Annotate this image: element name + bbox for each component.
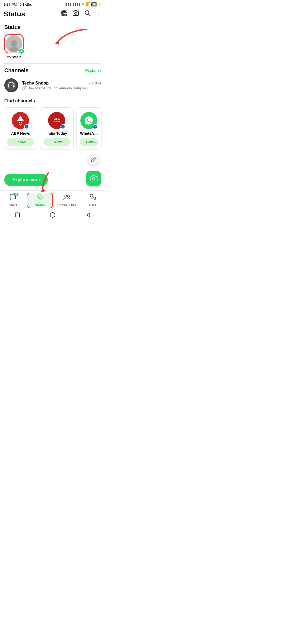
svg-rect-1: [61, 11, 63, 12]
channel-item-techy-snoop[interactable]: Techy Snoop 22/10/24 🔗 How to Change (or…: [0, 76, 106, 96]
avatar-body: [9, 47, 19, 52]
svg-point-17: [93, 178, 95, 180]
app-header: Status: [0, 8, 106, 21]
calls-icon: [89, 194, 96, 202]
follow-button-india-today[interactable]: Follow: [44, 138, 70, 146]
android-back-button[interactable]: [85, 212, 91, 219]
communities-label: Communities: [57, 203, 76, 207]
status-icon: [36, 194, 43, 202]
svg-rect-8: [64, 15, 66, 16]
my-status-avatar[interactable]: +: [4, 34, 24, 53]
abp-subtext: न्यूज़: [19, 123, 22, 126]
square-icon: [15, 212, 20, 218]
chats-label: Chats: [9, 203, 17, 207]
svg-rect-15: [8, 85, 9, 87]
more-vert-icon[interactable]: ⋮: [96, 10, 102, 17]
svg-marker-13: [55, 40, 59, 45]
vo-wifi-icon: Vo: [82, 3, 85, 6]
back-triangle-icon: [85, 212, 91, 218]
explore-fab-row: Explore more: [0, 154, 106, 190]
status-bar-icons: ▌▌▌ ▌▌▌▌ Vo 📶 98 ⚡: [66, 2, 102, 6]
svg-point-23: [65, 195, 67, 197]
channel-card-abp-news[interactable]: abp न्यूज़ ✓ ABP News Follow: [4, 107, 37, 149]
status-section: Status + My status: [0, 21, 106, 63]
nav-item-status[interactable]: Status: [27, 193, 53, 208]
verified-badge-india-today: ✓: [60, 124, 65, 129]
abp-text: abp: [19, 121, 22, 123]
chats-icon: 27: [9, 194, 16, 202]
whatsapp-name: WhatsA…: [80, 131, 98, 136]
techy-snoop-logo: [4, 78, 18, 92]
india-today-text: INDIATODAY: [53, 118, 60, 123]
find-channels-title: Find channels: [0, 96, 106, 106]
camera-icon[interactable]: [72, 10, 79, 18]
explore-more-button[interactable]: Explore more: [4, 174, 48, 186]
svg-point-22: [37, 195, 42, 200]
svg-point-24: [67, 195, 70, 197]
explore-label: Explore: [85, 68, 99, 73]
svg-rect-25: [15, 213, 20, 217]
calls-label: Calls: [89, 203, 96, 207]
channel-card-whatsapp[interactable]: ✓ WhatsA… Follow: [76, 107, 102, 149]
my-status-item[interactable]: + My status: [4, 34, 24, 59]
channel-info: Techy Snoop 22/10/24 🔗 How to Change (or…: [22, 81, 101, 90]
india-today-name: India Today: [46, 131, 67, 136]
signal-icon-2: ▌▌▌▌: [73, 3, 81, 6]
channel-message-text: How to Change (or Remove) Song on I...: [27, 86, 91, 90]
channel-cards: abp न्यूज़ ✓ ABP News Follow INDIATODAY …: [0, 106, 106, 154]
verified-badge-abp: ✓: [24, 124, 29, 129]
status-bar-time: 9:37 PM | 0.1KB/s: [4, 2, 32, 6]
battery-icon: 98: [91, 2, 97, 6]
nav-item-calls[interactable]: Calls: [80, 193, 106, 208]
fab-camera-button[interactable]: [86, 171, 101, 186]
abp-news-name: ABP News: [11, 131, 30, 136]
search-icon[interactable]: [84, 10, 91, 18]
nav-item-communities[interactable]: Communities: [54, 193, 80, 208]
channel-card-india-today[interactable]: INDIATODAY ✓ India Today Follow: [40, 107, 74, 149]
channel-name: Techy Snoop: [22, 81, 49, 86]
whatsapp-logo: ✓: [80, 112, 97, 129]
fab-pencil-button[interactable]: [88, 154, 100, 166]
qr-code-icon[interactable]: [60, 10, 67, 18]
pencil-icon: [91, 157, 96, 162]
channels-title: Channels: [4, 67, 28, 74]
explore-link[interactable]: Explore ›: [85, 68, 101, 73]
svg-point-21: [38, 196, 41, 199]
camera-fab-icon: [90, 175, 97, 182]
fab-stack: [86, 154, 101, 186]
svg-rect-3: [65, 11, 66, 12]
charging-icon: ⚡: [98, 2, 102, 6]
channel-message: 🔗 How to Change (or Remove) Song on I...: [22, 86, 101, 90]
bottom-nav-container: 27 Chats Status: [0, 190, 106, 209]
svg-point-26: [50, 213, 55, 217]
bottom-nav: 27 Chats Status: [0, 190, 106, 209]
home-circle-icon: [50, 212, 56, 218]
nav-item-chats[interactable]: 27 Chats: [0, 193, 26, 208]
status-section-title: Status: [0, 21, 106, 33]
headphones-icon: [6, 80, 17, 91]
android-square-button[interactable]: [15, 212, 20, 219]
svg-point-14: [6, 80, 16, 90]
channels-section: Channels Explore ›: [0, 64, 106, 76]
verified-badge-whatsapp: ✓: [93, 124, 97, 129]
wifi-icon: 📶: [86, 2, 90, 6]
avatar-head: [11, 40, 17, 47]
svg-rect-7: [66, 14, 67, 15]
android-nav: [0, 209, 106, 223]
status-bar: 9:37 PM | 0.1KB/s ▌▌▌ ▌▌▌▌ Vo 📶 98 ⚡: [0, 0, 106, 8]
add-status-badge[interactable]: +: [19, 48, 24, 54]
chevron-right-icon: ›: [100, 68, 101, 73]
android-home-button[interactable]: [50, 212, 56, 219]
header-icons: ⋮: [60, 10, 102, 18]
signal-icon: ▌▌▌: [66, 3, 72, 6]
page-title: Status: [4, 10, 25, 18]
svg-rect-5: [61, 14, 63, 16]
follow-button-abp[interactable]: Follow: [7, 138, 34, 146]
phone-icon: [89, 194, 96, 201]
abp-news-logo: abp न्यूज़ ✓: [12, 112, 29, 129]
follow-button-whatsapp[interactable]: Follow: [80, 138, 98, 146]
channel-name-row: Techy Snoop 22/10/24: [22, 81, 101, 86]
svg-point-10: [75, 12, 77, 14]
my-status-label: My status: [6, 55, 21, 59]
svg-rect-16: [13, 85, 15, 87]
